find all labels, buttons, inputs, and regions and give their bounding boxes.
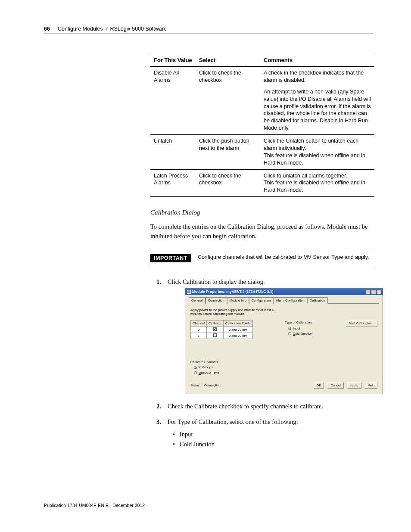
- module-properties-dialog: Module Properties: myAENT:2 (1734-IT2I/C…: [185, 288, 383, 394]
- bullet-item: Cold Junction: [168, 439, 374, 449]
- cell-value: Unlatch: [150, 135, 196, 170]
- cell-select: Click the push button next to the alarm: [196, 135, 260, 170]
- apply-button[interactable]: Apply: [347, 382, 361, 389]
- cell-value: Disable All Alarms: [150, 66, 196, 135]
- tab-calibration[interactable]: Calibration: [307, 297, 328, 304]
- tab-connection[interactable]: Connection: [206, 297, 227, 304]
- calibration-channels-table: Channel Calibrate Calibration Points 0 0…: [190, 320, 253, 339]
- radio-input[interactable]: [288, 327, 291, 330]
- start-calibration-button[interactable]: Start Calibration...: [346, 320, 377, 327]
- radio-in-groups[interactable]: [194, 366, 197, 369]
- radio-input-label: Input: [293, 326, 300, 331]
- bullet-item: Input: [168, 429, 374, 439]
- status-value: Connecting: [204, 383, 221, 387]
- important-badge: IMPORTANT: [150, 254, 191, 262]
- steps-list: Click Calibration to display the dialog.…: [150, 277, 374, 449]
- cal-col-calibrate: Calibrate: [206, 320, 223, 327]
- cal-row: 1 0 and 70 mV: [191, 333, 253, 339]
- tab-general[interactable]: General: [189, 297, 206, 304]
- calibrate-channels-group: Calibrate Channels: In Groups One At a T…: [190, 360, 377, 375]
- status-area: Status: Connecting: [190, 383, 221, 388]
- page-header: 66 Configure Modules in RSLogix 5000 Sof…: [44, 26, 373, 32]
- radio-one-at-a-time[interactable]: [194, 371, 197, 374]
- important-callout: IMPORTANT Configure channels that will b…: [150, 250, 374, 266]
- dialog-titlebar[interactable]: Module Properties: myAENT:2 (1734-IT2I/C…: [185, 289, 383, 295]
- cal-col-channel: Channel: [191, 320, 207, 327]
- cal-col-points: Calibration Points: [223, 320, 252, 327]
- maximize-button[interactable]: □: [371, 290, 376, 294]
- cal-row: 0 0 and 70 mV: [191, 327, 253, 333]
- app-icon: [187, 290, 191, 294]
- table-row: Disable All Alarms Click to check the ch…: [150, 66, 374, 135]
- status-label: Status:: [190, 383, 200, 387]
- type-label: Type of Calibration :: [285, 320, 314, 325]
- step-item: Check the Calibrate checkbox to specify …: [150, 402, 374, 411]
- table-row: Unlatch Click the push button next to th…: [150, 135, 374, 170]
- ok-button[interactable]: OK: [314, 382, 324, 389]
- radio-cold-junction[interactable]: [288, 332, 291, 335]
- settings-table: For This Value Select Comments Disable A…: [150, 54, 374, 197]
- sub-heading: Calibration Dialog: [150, 209, 374, 216]
- type-of-calibration-group: Type of Calibration : Input Cold Junctio…: [285, 320, 314, 336]
- step3-options: Input Cold Junction: [168, 429, 374, 449]
- tab-module-info[interactable]: Module Info: [227, 297, 249, 304]
- step-item: For Type of Calibration, select one of t…: [150, 417, 374, 449]
- cell-comments: Click to unlatch all alarms together. Th…: [260, 169, 374, 197]
- important-text: Configure channels that will be calibrat…: [198, 254, 369, 261]
- radio-cold-label: Cold Junction: [293, 331, 312, 336]
- cancel-button[interactable]: Cancel: [327, 382, 343, 389]
- help-button[interactable]: Help: [365, 382, 377, 389]
- tab-alarm-configuration[interactable]: Alarm Configuration: [273, 297, 307, 304]
- cell-value: Latch Process Alarms: [150, 169, 196, 197]
- table-row: Latch Process Alarms Click to check the …: [150, 169, 374, 197]
- cell-select: Click to check the checkbox: [196, 66, 260, 135]
- calibrate-checkbox-0[interactable]: [213, 327, 217, 331]
- dialog-title: Module Properties: myAENT:2 (1734-IT2I/C…: [192, 289, 273, 295]
- header-rule: [44, 34, 373, 34]
- cell-comments: A check in the checkbox indicates that t…: [260, 66, 374, 135]
- col-header-select: Select: [196, 54, 260, 67]
- tab-strip: General Connection Module Info Configura…: [189, 297, 379, 304]
- calibrate-checkbox-1[interactable]: [213, 333, 217, 337]
- minimize-button[interactable]: _: [365, 290, 371, 294]
- page-number: 66: [44, 26, 50, 32]
- col-header-value: For This Value: [150, 54, 196, 67]
- body-paragraph: To complete the entries on the Calibrati…: [150, 222, 374, 241]
- footer-publication: Publication 1734-UM004F-EN-E - December …: [44, 503, 145, 508]
- calibration-hint: Apply power to the power supply and modu…: [190, 308, 281, 316]
- cell-comments: Click the Unlatch button to unlatch each…: [260, 135, 374, 170]
- col-header-comments: Comments: [260, 54, 374, 67]
- radio-in-groups-label: In Groups: [199, 365, 213, 370]
- tab-configuration[interactable]: Configuration: [249, 297, 274, 304]
- step-item: Click Calibration to display the dialog.…: [150, 277, 374, 395]
- radio-one-label: One At a Time: [199, 370, 219, 375]
- cell-select: Click to check the checkbox: [196, 169, 260, 197]
- section-title: Configure Modules in RSLogix 5000 Softwa…: [58, 26, 167, 32]
- calchan-label: Calibrate Channels:: [190, 360, 377, 364]
- close-button[interactable]: ×: [377, 290, 382, 294]
